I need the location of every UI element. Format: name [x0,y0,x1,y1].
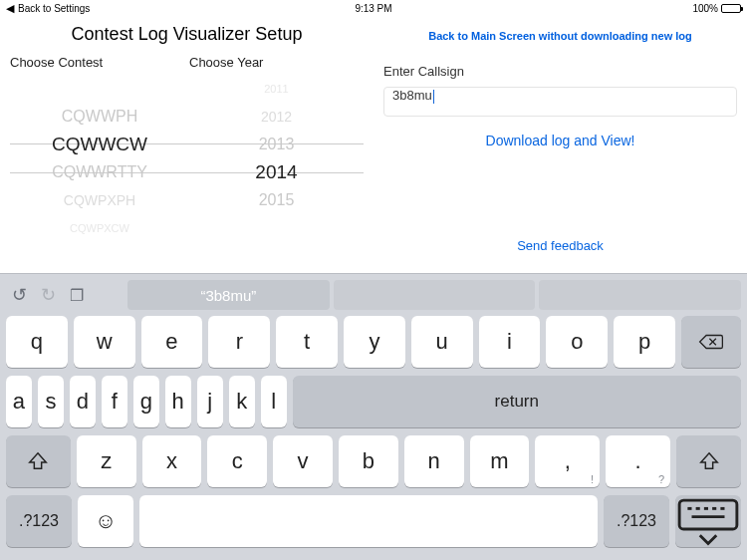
picker-item[interactable]: 2011 [189,75,364,103]
key-d[interactable]: d [70,376,96,427]
back-to-main-link[interactable]: Back to Main Screen without downloading … [383,30,737,42]
picker-item[interactable]: CQWWPH [10,103,189,131]
key-x[interactable]: x [142,435,202,487]
space-key[interactable] [139,495,598,547]
contest-header: Choose Contest [10,55,189,70]
key-b[interactable]: b [339,435,398,487]
backspace-key[interactable] [681,316,741,368]
key-w[interactable]: w [74,316,135,368]
picker-item[interactable]: CQWPXPH [10,186,189,214]
key-m[interactable]: m [470,435,530,487]
comma-key[interactable]: ,! [535,435,600,487]
page-title: Contest Log Visualizer Setup [10,24,364,45]
picker-item-selected[interactable]: CQWWCW [10,131,189,158]
key-s[interactable]: s [38,376,64,427]
send-feedback-link[interactable]: Send feedback [374,238,747,253]
battery-icon [721,4,741,13]
year-header: Choose Year [189,55,364,70]
clipboard-icon[interactable]: ❐ [70,286,84,305]
picker-item[interactable]: 2015 [189,186,364,214]
back-chevron-icon[interactable]: ◀ [6,2,14,15]
key-a[interactable]: a [6,376,32,427]
key-c[interactable]: c [207,435,267,487]
key-y[interactable]: y [344,316,405,368]
dismiss-keyboard-key[interactable] [675,495,741,547]
undo-icon[interactable]: ↺ [12,284,27,306]
key-j[interactable]: j [197,376,223,427]
key-o[interactable]: o [546,316,608,368]
key-q[interactable]: q [6,316,68,368]
status-bar: ◀ Back to Settings 9:13 PM 100% [0,0,747,16]
contest-picker[interactable]: CQWWPH CQWWCW CQWWRTTY CQWPXPH CQWPXCW [10,74,189,243]
period-key[interactable]: .? [606,435,670,487]
key-i[interactable]: i [479,316,541,368]
status-time: 9:13 PM [251,3,496,14]
picker-item-selected[interactable]: 2014 [189,158,364,186]
key-f[interactable]: f [102,376,127,427]
key-t[interactable]: t [276,316,338,368]
keyboard-suggestion[interactable] [539,280,741,310]
setup-right-pane: Back to Main Screen without downloading … [374,16,747,273]
keyboard-suggestion[interactable] [334,280,536,310]
key-e[interactable]: e [141,316,203,368]
svg-rect-2 [679,500,737,529]
key-v[interactable]: v [273,435,333,487]
download-button[interactable]: Download log and View! [383,133,737,148]
battery-percent: 100% [692,3,718,14]
year-picker[interactable]: 2011 2012 2013 2014 2015 [189,74,364,243]
key-g[interactable]: g [133,376,159,427]
picker-item[interactable]: 2012 [189,103,364,131]
picker-item[interactable]: CQWPXCW [10,214,189,242]
redo-icon[interactable]: ↻ [41,284,56,306]
key-z[interactable]: z [77,435,136,487]
callsign-label: Enter Callsign [383,64,737,79]
setup-left-pane: Contest Log Visualizer Setup Choose Cont… [0,16,374,273]
numbers-key[interactable]: .?123 [6,495,72,547]
picker-item[interactable]: CQWWRTTY [10,158,189,186]
shift-key[interactable] [676,435,741,487]
keyboard-suggestion[interactable]: “3b8mu” [127,280,330,310]
key-u[interactable]: u [411,316,473,368]
key-l[interactable]: l [261,376,287,427]
key-h[interactable]: h [165,376,191,427]
onscreen-keyboard: ↺ ↻ ❐ “3b8mu” qwertyuiop asdfghjkl retur… [0,273,747,560]
return-key[interactable]: return [293,376,741,427]
emoji-key[interactable]: ☺ [78,495,133,547]
key-r[interactable]: r [208,316,270,368]
shift-key[interactable] [6,435,71,487]
callsign-input[interactable]: 3b8mu [383,87,737,117]
key-k[interactable]: k [229,376,255,427]
key-n[interactable]: n [404,435,464,487]
back-to-settings-link[interactable]: Back to Settings [18,3,90,14]
numbers-key[interactable]: .?123 [604,495,669,547]
picker-item[interactable]: 2013 [189,131,364,158]
key-p[interactable]: p [614,316,675,368]
